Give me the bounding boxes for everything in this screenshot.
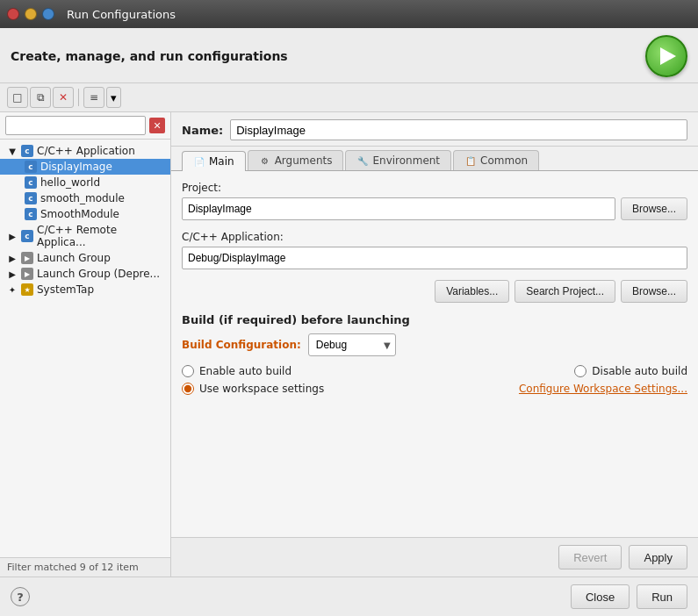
chevron-down-icon: ▾ (111, 91, 117, 104)
smoothmodule-icon: c (25, 208, 37, 220)
header-bar: Create, manage, and run configurations (0, 28, 698, 83)
tree-item-label: SmoothModule (40, 208, 119, 220)
radio-row-1: Enable auto build Disable auto build (182, 365, 687, 377)
close-button[interactable]: Close (571, 584, 630, 609)
radio-enable-item: Enable auto build (182, 365, 291, 377)
tab-environment[interactable]: 🔧 Environment (345, 150, 451, 170)
search-clear-button[interactable]: ✕ (149, 118, 165, 133)
configure-workspace-link[interactable]: Configure Workspace Settings... (519, 383, 687, 395)
cpp-app-icon: c (21, 145, 33, 157)
delete-config-button[interactable]: ✕ (53, 87, 74, 108)
content-area: ✕ ▼ c C/C++ Application c DisplayImage (0, 112, 698, 577)
search-project-button[interactable]: Search Project... (515, 280, 615, 303)
new-config-button[interactable]: □ (7, 87, 28, 108)
delete-icon: ✕ (59, 91, 68, 104)
launch-group-dep-icon: ▶ (21, 268, 33, 280)
radio-disable-label: Disable auto build (592, 365, 687, 377)
run-icon-button[interactable] (645, 35, 687, 77)
tree-item-label: Launch Group (Depre... (37, 268, 160, 280)
header-subtitle: Create, manage, and run configurations (11, 49, 288, 63)
expand-arrow-icon: ▶ (7, 253, 18, 263)
tree-item-label: DisplayImage (40, 161, 112, 173)
tree-item-hello-world[interactable]: c hello_world (0, 175, 170, 190)
displayimage-icon: c (25, 161, 37, 173)
tree-area: ▼ c C/C++ Application c DisplayImage c h… (0, 140, 170, 557)
right-panel: Name: 📄 Main ⚙ Arguments 🔧 Environment (171, 112, 698, 577)
tab-main[interactable]: 📄 Main (182, 151, 246, 171)
expand-arrow-icon: ▶ (7, 269, 18, 279)
variables-button[interactable]: Variables... (435, 280, 509, 303)
project-browse-button[interactable]: Browse... (621, 197, 687, 220)
radio-workspace-label: Use workspace settings (199, 383, 324, 395)
titlebar: Run Configurations (0, 0, 698, 28)
project-field-group: Project: Browse... (182, 182, 687, 220)
tree-item-systemtap[interactable]: ✦ ★ SystemTap (0, 282, 170, 297)
radio-disable-item: Disable auto build (574, 365, 687, 377)
cpp-browse-button[interactable]: Browse... (621, 280, 687, 303)
build-section-title: Build (if required) before launching (182, 313, 687, 326)
name-label: Name: (182, 124, 223, 137)
build-config-row: Build Configuration: Debug Release Defau… (182, 333, 687, 356)
build-section: Build (if required) before launching Bui… (182, 313, 687, 395)
radio-disable-auto-build[interactable] (574, 365, 586, 377)
tree-item-cpp-remote[interactable]: ▶ c C/C++ Remote Applica... (0, 222, 170, 250)
tab-common[interactable]: 📋 Common (453, 150, 539, 170)
tree-item-launch-group[interactable]: ▶ ▶ Launch Group (0, 250, 170, 266)
tab-common-label: Common (480, 154, 528, 167)
name-input[interactable] (230, 119, 687, 140)
build-config-select-wrapper: Debug Release Default ▼ (308, 333, 396, 356)
filter-button[interactable]: ≡ (83, 87, 104, 108)
tree-item-cpp-app[interactable]: ▼ c C/C++ Application (0, 143, 170, 159)
maximize-window-button[interactable] (42, 8, 54, 20)
cpp-app-field-group: C/C++ Application: (182, 231, 687, 269)
action-buttons-row: Variables... Search Project... Browse... (182, 280, 687, 303)
cpp-app-row (182, 247, 687, 269)
radio-workspace-settings[interactable] (182, 383, 194, 395)
project-label: Project: (182, 182, 687, 194)
main-content: Project: Browse... C/C++ Application: Va… (171, 171, 698, 537)
radio-enable-auto-build[interactable] (182, 365, 194, 377)
tree-item-launch-group-dep[interactable]: ▶ ▶ Launch Group (Depre... (0, 266, 170, 282)
help-button[interactable]: ? (11, 587, 30, 606)
expand-arrow-icon: ▼ (7, 146, 18, 156)
tab-arguments[interactable]: ⚙ Arguments (248, 150, 344, 170)
tree-item-label: Launch Group (37, 252, 111, 264)
tree-item-smooth-module[interactable]: c smooth_module (0, 190, 170, 206)
environment-tab-icon: 🔧 (356, 154, 369, 167)
window-bottom: ? Close Run (0, 577, 698, 616)
apply-button[interactable]: Apply (629, 545, 687, 569)
cpp-app-input[interactable] (182, 247, 687, 269)
radio-row-2: Use workspace settings Configure Workspa… (182, 383, 687, 395)
revert-button[interactable]: Revert (558, 545, 622, 569)
duplicate-icon: ⧉ (37, 91, 45, 104)
minimize-window-button[interactable] (25, 8, 37, 20)
radio-enable-label: Enable auto build (199, 365, 291, 377)
toolbar-separator (78, 89, 79, 106)
tree-item-displayimage[interactable]: c DisplayImage (0, 159, 170, 175)
clear-icon: ✕ (153, 120, 161, 132)
toolbar-dropdown-button[interactable]: ▾ (106, 87, 121, 108)
expand-arrow-icon: ✦ (7, 284, 18, 295)
tab-main-label: Main (209, 155, 234, 168)
tree-item-label: SystemTap (37, 283, 94, 296)
duplicate-config-button[interactable]: ⧉ (30, 87, 51, 108)
run-triangle-icon (660, 47, 676, 65)
tab-arguments-label: Arguments (275, 154, 333, 167)
bottom-bar: Revert Apply (171, 537, 698, 577)
build-config-label: Build Configuration: (182, 339, 301, 351)
project-row: Browse... (182, 197, 687, 220)
arguments-tab-icon: ⚙ (259, 154, 271, 167)
new-icon: □ (12, 91, 22, 104)
name-row: Name: (171, 112, 698, 147)
expand-arrow-icon: ▶ (7, 231, 18, 241)
main-window: Create, manage, and run configurations □… (0, 28, 698, 616)
search-input[interactable] (5, 116, 146, 135)
build-config-select[interactable]: Debug Release Default (308, 333, 396, 356)
close-window-button[interactable] (7, 8, 19, 20)
tab-environment-label: Environment (372, 154, 440, 167)
project-input[interactable] (182, 197, 615, 220)
run-button[interactable]: Run (637, 584, 687, 609)
tree-item-smoothmodule[interactable]: c SmoothModule (0, 206, 170, 222)
smooth-module-icon: c (25, 192, 37, 204)
tree-item-label: hello_world (40, 176, 100, 189)
